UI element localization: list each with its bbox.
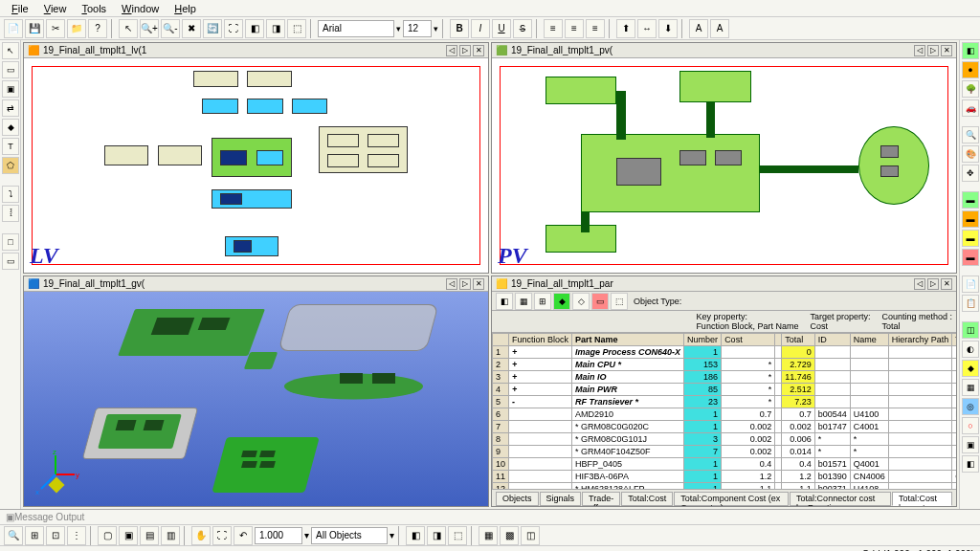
pv-canvas[interactable]: PV bbox=[492, 58, 956, 273]
layer3-icon[interactable]: ▬ bbox=[962, 230, 979, 247]
label-icon[interactable]: ▭ bbox=[2, 253, 19, 270]
star-icon[interactable]: ◆ bbox=[962, 360, 979, 377]
par-table[interactable]: Function BlockPart NameNumberCostTotalID… bbox=[492, 333, 956, 489]
misc1-icon[interactable]: ▣ bbox=[962, 436, 979, 453]
bt-v2-icon[interactable]: ◨ bbox=[427, 526, 446, 545]
par-tab[interactable]: Trade-off bbox=[582, 492, 620, 506]
rect-icon[interactable]: □ bbox=[2, 233, 19, 251]
zoom-input[interactable] bbox=[255, 527, 302, 544]
pv-left-arrow[interactable]: ◁ bbox=[914, 45, 925, 56]
par-tab[interactable]: Total:Cost by part bbox=[892, 492, 952, 506]
align-top-icon[interactable]: ⬆ bbox=[616, 19, 635, 38]
bt-v3-icon[interactable]: ⬚ bbox=[448, 526, 467, 545]
green-cube-icon[interactable]: ◫ bbox=[962, 321, 979, 339]
font-name-input[interactable] bbox=[318, 20, 394, 37]
layer2-icon[interactable]: ▬ bbox=[962, 210, 979, 228]
misc2-icon[interactable]: ◧ bbox=[962, 455, 979, 473]
table-row[interactable]: 6 AMD291010.70.7b00544U4100Electric Comp… bbox=[493, 408, 957, 421]
connect-icon[interactable]: ⤵ bbox=[2, 186, 19, 203]
par-right-arrow[interactable]: ▷ bbox=[927, 278, 939, 290]
lv-canvas[interactable]: LV bbox=[24, 58, 488, 273]
bt-v5-icon[interactable]: ▩ bbox=[500, 526, 519, 545]
bg-color-icon[interactable]: A bbox=[710, 19, 729, 38]
axes-gizmo[interactable]: y z x bbox=[32, 451, 79, 498]
car-icon[interactable]: 🚗 bbox=[962, 99, 979, 117]
expand-icon[interactable]: ⛶ bbox=[224, 19, 243, 38]
par-btn4[interactable]: ◆ bbox=[553, 293, 570, 310]
help-icon[interactable]: ? bbox=[88, 19, 107, 38]
menu-file[interactable]: File bbox=[4, 1, 36, 16]
par-btn7[interactable]: ⬚ bbox=[611, 293, 628, 310]
strike-icon[interactable]: S̶ bbox=[513, 19, 532, 38]
bt-sq3-icon[interactable]: ▤ bbox=[140, 526, 159, 545]
lv-left-arrow[interactable]: ◁ bbox=[446, 45, 457, 56]
lv-right-arrow[interactable]: ▷ bbox=[459, 45, 471, 56]
bt-grid1-icon[interactable]: ⊞ bbox=[25, 526, 44, 545]
underline-icon[interactable]: U bbox=[492, 19, 511, 38]
bt-v1-icon[interactable]: ◧ bbox=[406, 526, 425, 545]
arrow-icon[interactable]: ↖ bbox=[2, 42, 19, 59]
par-tab[interactable]: Objects bbox=[496, 492, 539, 506]
par-tab[interactable]: Total:Component Cost (ex Connector) bbox=[674, 492, 789, 506]
tree-icon[interactable]: 🌳 bbox=[962, 80, 979, 98]
zoom-in-icon[interactable]: 🔍+ bbox=[140, 19, 159, 38]
menu-window[interactable]: Window bbox=[114, 1, 167, 16]
align-center-icon[interactable]: ≡ bbox=[565, 19, 584, 38]
table-row[interactable]: 11 HIF3BA-06PA11.21.2b01390CN4006Connect… bbox=[493, 471, 957, 483]
par-left-arrow[interactable]: ◁ bbox=[914, 278, 925, 290]
new-icon[interactable]: 📄 bbox=[4, 19, 23, 38]
transfer-icon[interactable]: ⇄ bbox=[2, 99, 19, 117]
bt-sep-icon[interactable]: ⋮ bbox=[67, 526, 86, 545]
table-row[interactable]: 2+Main CPU *153*2.729 bbox=[493, 359, 957, 371]
component-icon[interactable]: ▣ bbox=[2, 80, 19, 98]
pv-right-arrow[interactable]: ▷ bbox=[927, 45, 939, 56]
bt-v6-icon[interactable]: ◫ bbox=[521, 526, 540, 545]
view2-icon[interactable]: ◨ bbox=[266, 19, 285, 38]
par-tab[interactable]: Total:Cost bbox=[621, 492, 673, 506]
layer1-icon[interactable]: ▬ bbox=[962, 191, 979, 209]
par-btn1[interactable]: ◧ bbox=[496, 293, 513, 310]
gv-close[interactable]: ✕ bbox=[473, 278, 484, 290]
ring-icon[interactable]: ○ bbox=[962, 417, 979, 434]
bt-search-icon[interactable]: 🔍 bbox=[4, 526, 23, 545]
save-icon[interactable]: 💾 bbox=[25, 19, 44, 38]
folder-icon[interactable]: 📁 bbox=[67, 19, 86, 38]
layer4-icon[interactable]: ▬ bbox=[962, 249, 979, 266]
bt-undo-icon[interactable]: ↶ bbox=[234, 526, 253, 545]
gv-left-arrow[interactable]: ◁ bbox=[446, 278, 457, 290]
bt-grid2-icon[interactable]: ⊡ bbox=[46, 526, 65, 545]
bt-hand-icon[interactable]: ✋ bbox=[191, 526, 211, 545]
doc1-icon[interactable]: 📄 bbox=[962, 276, 979, 293]
blue-obj-icon[interactable]: ◎ bbox=[962, 398, 979, 415]
fit-icon[interactable]: ✖ bbox=[182, 19, 201, 38]
menu-tools[interactable]: Tools bbox=[74, 1, 114, 16]
par-btn3[interactable]: ⊞ bbox=[534, 293, 551, 310]
bt-v4-icon[interactable]: ▦ bbox=[479, 526, 498, 545]
cut-icon[interactable]: ✂ bbox=[46, 19, 65, 38]
align-bot-icon[interactable]: ⬇ bbox=[658, 19, 678, 38]
view1-icon[interactable]: ◧ bbox=[245, 19, 264, 38]
refresh-icon[interactable]: 🔄 bbox=[203, 19, 222, 38]
table-row[interactable]: 9* GRM40F104Z50F70.0020.014**Electric Co… bbox=[493, 446, 957, 458]
table-row[interactable]: 4+Main PWR 85*2.512 bbox=[493, 384, 957, 396]
bt-sq4-icon[interactable]: ▥ bbox=[161, 526, 180, 545]
move-icon[interactable]: ✥ bbox=[962, 165, 979, 182]
par-tab[interactable]: Signals bbox=[540, 492, 582, 506]
table-row[interactable]: 7* GRM08C0G020C10.0020.002b01747C4001Ele… bbox=[493, 421, 957, 433]
align-left-icon[interactable]: ≡ bbox=[544, 19, 563, 38]
font-color-icon[interactable]: A bbox=[689, 19, 708, 38]
select-icon[interactable]: ↖ bbox=[119, 19, 138, 38]
grid-icon[interactable]: ▦ bbox=[962, 379, 979, 396]
bt-crop-icon[interactable]: ⛶ bbox=[212, 526, 232, 545]
par-tab[interactable]: Total:Connector cost by Function bbox=[790, 492, 891, 506]
special-icon[interactable]: ◆ bbox=[2, 119, 19, 136]
pv-close[interactable]: ✕ bbox=[941, 45, 952, 56]
menu-view[interactable]: View bbox=[36, 1, 75, 16]
table-row[interactable]: 10 HBFP_040510.40.4b01571Q4001Electric C… bbox=[493, 458, 957, 471]
align-right-icon[interactable]: ≡ bbox=[586, 19, 605, 38]
color-icon[interactable]: 🎨 bbox=[962, 145, 979, 163]
qmark-icon[interactable]: ◐ bbox=[962, 341, 979, 358]
table-row[interactable]: 5-RF Transiever *23*7.23 bbox=[493, 396, 957, 408]
text-icon[interactable]: T bbox=[2, 138, 19, 155]
bold-icon[interactable]: B bbox=[450, 19, 469, 38]
